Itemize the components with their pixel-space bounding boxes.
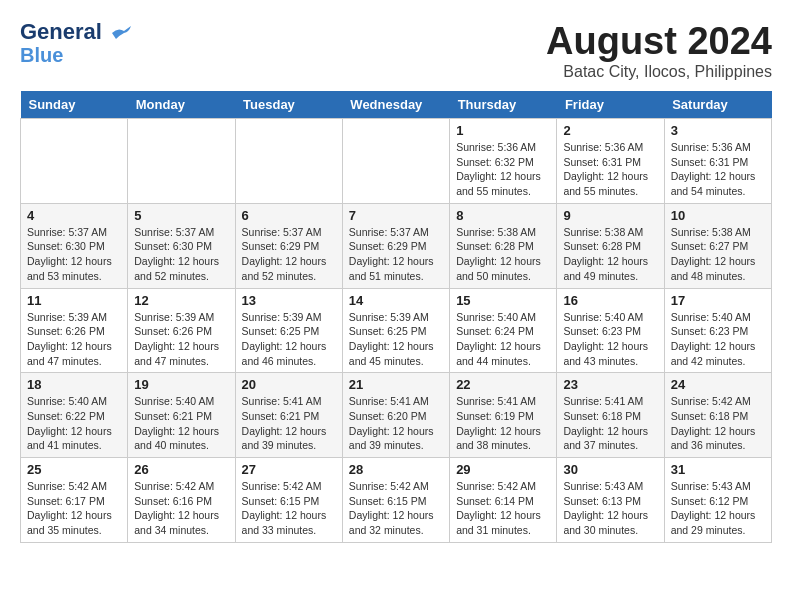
- day-info: Sunrise: 5:39 AM Sunset: 6:25 PM Dayligh…: [242, 310, 336, 369]
- day-number: 27: [242, 462, 336, 477]
- calendar-subtitle: Batac City, Ilocos, Philippines: [546, 63, 772, 81]
- logo-bird-icon: [110, 25, 132, 41]
- day-info: Sunrise: 5:37 AM Sunset: 6:30 PM Dayligh…: [27, 225, 121, 284]
- calendar-table: SundayMondayTuesdayWednesdayThursdayFrid…: [20, 91, 772, 543]
- weekday-header-row: SundayMondayTuesdayWednesdayThursdayFrid…: [21, 91, 772, 119]
- calendar-week-row: 11Sunrise: 5:39 AM Sunset: 6:26 PM Dayli…: [21, 288, 772, 373]
- day-info: Sunrise: 5:41 AM Sunset: 6:20 PM Dayligh…: [349, 394, 443, 453]
- calendar-cell: 7Sunrise: 5:37 AM Sunset: 6:29 PM Daylig…: [342, 203, 449, 288]
- weekday-header: Friday: [557, 91, 664, 119]
- calendar-cell: 12Sunrise: 5:39 AM Sunset: 6:26 PM Dayli…: [128, 288, 235, 373]
- weekday-header: Tuesday: [235, 91, 342, 119]
- day-info: Sunrise: 5:40 AM Sunset: 6:21 PM Dayligh…: [134, 394, 228, 453]
- calendar-week-row: 25Sunrise: 5:42 AM Sunset: 6:17 PM Dayli…: [21, 458, 772, 543]
- day-number: 29: [456, 462, 550, 477]
- calendar-cell: 9Sunrise: 5:38 AM Sunset: 6:28 PM Daylig…: [557, 203, 664, 288]
- day-info: Sunrise: 5:42 AM Sunset: 6:15 PM Dayligh…: [242, 479, 336, 538]
- weekday-header: Monday: [128, 91, 235, 119]
- calendar-cell: [235, 119, 342, 204]
- logo: General Blue: [20, 20, 132, 66]
- day-number: 3: [671, 123, 765, 138]
- day-number: 18: [27, 377, 121, 392]
- calendar-cell: 27Sunrise: 5:42 AM Sunset: 6:15 PM Dayli…: [235, 458, 342, 543]
- day-info: Sunrise: 5:40 AM Sunset: 6:24 PM Dayligh…: [456, 310, 550, 369]
- logo-line1: General: [20, 20, 132, 44]
- calendar-cell: 5Sunrise: 5:37 AM Sunset: 6:30 PM Daylig…: [128, 203, 235, 288]
- calendar-cell: 29Sunrise: 5:42 AM Sunset: 6:14 PM Dayli…: [450, 458, 557, 543]
- day-info: Sunrise: 5:42 AM Sunset: 6:14 PM Dayligh…: [456, 479, 550, 538]
- calendar-cell: [21, 119, 128, 204]
- day-info: Sunrise: 5:41 AM Sunset: 6:18 PM Dayligh…: [563, 394, 657, 453]
- day-number: 26: [134, 462, 228, 477]
- calendar-week-row: 18Sunrise: 5:40 AM Sunset: 6:22 PM Dayli…: [21, 373, 772, 458]
- weekday-header: Wednesday: [342, 91, 449, 119]
- day-number: 21: [349, 377, 443, 392]
- calendar-cell: 31Sunrise: 5:43 AM Sunset: 6:12 PM Dayli…: [664, 458, 771, 543]
- calendar-cell: 10Sunrise: 5:38 AM Sunset: 6:27 PM Dayli…: [664, 203, 771, 288]
- calendar-cell: [342, 119, 449, 204]
- day-number: 17: [671, 293, 765, 308]
- day-info: Sunrise: 5:40 AM Sunset: 6:23 PM Dayligh…: [671, 310, 765, 369]
- day-info: Sunrise: 5:36 AM Sunset: 6:31 PM Dayligh…: [563, 140, 657, 199]
- calendar-cell: 26Sunrise: 5:42 AM Sunset: 6:16 PM Dayli…: [128, 458, 235, 543]
- logo-line2: Blue: [20, 44, 63, 66]
- day-info: Sunrise: 5:42 AM Sunset: 6:17 PM Dayligh…: [27, 479, 121, 538]
- day-info: Sunrise: 5:42 AM Sunset: 6:15 PM Dayligh…: [349, 479, 443, 538]
- day-info: Sunrise: 5:40 AM Sunset: 6:23 PM Dayligh…: [563, 310, 657, 369]
- day-info: Sunrise: 5:39 AM Sunset: 6:26 PM Dayligh…: [27, 310, 121, 369]
- day-number: 8: [456, 208, 550, 223]
- calendar-week-row: 1Sunrise: 5:36 AM Sunset: 6:32 PM Daylig…: [21, 119, 772, 204]
- day-info: Sunrise: 5:38 AM Sunset: 6:28 PM Dayligh…: [563, 225, 657, 284]
- title-section: August 2024 Batac City, Ilocos, Philippi…: [546, 20, 772, 81]
- day-info: Sunrise: 5:39 AM Sunset: 6:26 PM Dayligh…: [134, 310, 228, 369]
- day-number: 10: [671, 208, 765, 223]
- calendar-cell: 1Sunrise: 5:36 AM Sunset: 6:32 PM Daylig…: [450, 119, 557, 204]
- calendar-cell: [128, 119, 235, 204]
- day-number: 22: [456, 377, 550, 392]
- day-number: 11: [27, 293, 121, 308]
- calendar-cell: 21Sunrise: 5:41 AM Sunset: 6:20 PM Dayli…: [342, 373, 449, 458]
- weekday-header: Sunday: [21, 91, 128, 119]
- calendar-cell: 8Sunrise: 5:38 AM Sunset: 6:28 PM Daylig…: [450, 203, 557, 288]
- day-number: 25: [27, 462, 121, 477]
- day-info: Sunrise: 5:42 AM Sunset: 6:16 PM Dayligh…: [134, 479, 228, 538]
- day-info: Sunrise: 5:43 AM Sunset: 6:12 PM Dayligh…: [671, 479, 765, 538]
- calendar-cell: 14Sunrise: 5:39 AM Sunset: 6:25 PM Dayli…: [342, 288, 449, 373]
- day-number: 5: [134, 208, 228, 223]
- day-number: 30: [563, 462, 657, 477]
- weekday-header: Thursday: [450, 91, 557, 119]
- calendar-cell: 6Sunrise: 5:37 AM Sunset: 6:29 PM Daylig…: [235, 203, 342, 288]
- calendar-cell: 17Sunrise: 5:40 AM Sunset: 6:23 PM Dayli…: [664, 288, 771, 373]
- day-info: Sunrise: 5:38 AM Sunset: 6:28 PM Dayligh…: [456, 225, 550, 284]
- day-number: 19: [134, 377, 228, 392]
- calendar-cell: 20Sunrise: 5:41 AM Sunset: 6:21 PM Dayli…: [235, 373, 342, 458]
- calendar-cell: 2Sunrise: 5:36 AM Sunset: 6:31 PM Daylig…: [557, 119, 664, 204]
- calendar-cell: 24Sunrise: 5:42 AM Sunset: 6:18 PM Dayli…: [664, 373, 771, 458]
- calendar-cell: 15Sunrise: 5:40 AM Sunset: 6:24 PM Dayli…: [450, 288, 557, 373]
- day-number: 13: [242, 293, 336, 308]
- day-info: Sunrise: 5:37 AM Sunset: 6:30 PM Dayligh…: [134, 225, 228, 284]
- calendar-cell: 3Sunrise: 5:36 AM Sunset: 6:31 PM Daylig…: [664, 119, 771, 204]
- calendar-cell: 18Sunrise: 5:40 AM Sunset: 6:22 PM Dayli…: [21, 373, 128, 458]
- day-number: 12: [134, 293, 228, 308]
- day-number: 6: [242, 208, 336, 223]
- day-number: 2: [563, 123, 657, 138]
- calendar-cell: 28Sunrise: 5:42 AM Sunset: 6:15 PM Dayli…: [342, 458, 449, 543]
- calendar-cell: 13Sunrise: 5:39 AM Sunset: 6:25 PM Dayli…: [235, 288, 342, 373]
- calendar-cell: 19Sunrise: 5:40 AM Sunset: 6:21 PM Dayli…: [128, 373, 235, 458]
- day-number: 28: [349, 462, 443, 477]
- calendar-cell: 30Sunrise: 5:43 AM Sunset: 6:13 PM Dayli…: [557, 458, 664, 543]
- day-info: Sunrise: 5:40 AM Sunset: 6:22 PM Dayligh…: [27, 394, 121, 453]
- day-number: 20: [242, 377, 336, 392]
- calendar-cell: 4Sunrise: 5:37 AM Sunset: 6:30 PM Daylig…: [21, 203, 128, 288]
- day-number: 4: [27, 208, 121, 223]
- day-info: Sunrise: 5:37 AM Sunset: 6:29 PM Dayligh…: [349, 225, 443, 284]
- calendar-title: August 2024: [546, 20, 772, 63]
- calendar-cell: 16Sunrise: 5:40 AM Sunset: 6:23 PM Dayli…: [557, 288, 664, 373]
- calendar-cell: 23Sunrise: 5:41 AM Sunset: 6:18 PM Dayli…: [557, 373, 664, 458]
- day-info: Sunrise: 5:41 AM Sunset: 6:19 PM Dayligh…: [456, 394, 550, 453]
- day-info: Sunrise: 5:36 AM Sunset: 6:32 PM Dayligh…: [456, 140, 550, 199]
- day-info: Sunrise: 5:37 AM Sunset: 6:29 PM Dayligh…: [242, 225, 336, 284]
- day-number: 23: [563, 377, 657, 392]
- day-info: Sunrise: 5:41 AM Sunset: 6:21 PM Dayligh…: [242, 394, 336, 453]
